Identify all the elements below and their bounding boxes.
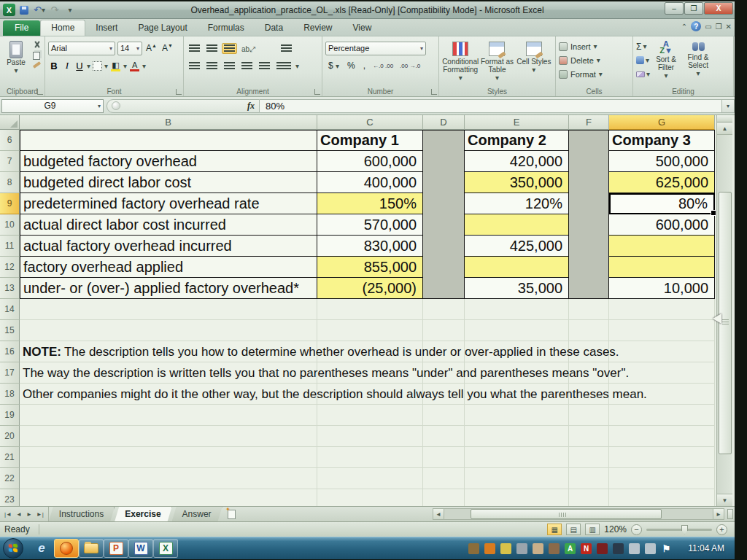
cell-D20[interactable] [423,426,465,447]
bottom-align-button[interactable] [222,43,237,54]
ribbon-tab-review[interactable]: Review [293,20,342,36]
cell-B13[interactable]: under- or (over-) applied factory overhe… [20,278,317,299]
zoom-in-button[interactable]: + [716,524,727,535]
cell-B8[interactable]: budgeted direct labor cost [20,172,317,193]
help-icon[interactable]: ? [691,21,701,31]
row-header-12[interactable]: 12 [0,257,20,278]
scroll-up-icon[interactable]: ▲ [717,122,732,135]
cell-B10[interactable]: actual direct labor cost incurred [20,214,317,236]
cell-C22[interactable] [317,468,423,489]
clipboard-dialog-launcher[interactable] [37,89,43,95]
autosum-button[interactable]: Σ▾ [636,40,650,52]
formula-input[interactable]: 80% [260,99,721,113]
conditional-formatting-button[interactable]: Conditional Formatting▾ [442,39,479,86]
zoom-out-button[interactable]: − [631,524,642,535]
java-icon[interactable] [484,543,495,554]
cell-G7[interactable]: 500,000 [609,151,715,172]
row-header-7[interactable]: 7 [0,151,20,172]
row-header-10[interactable]: 10 [0,214,20,236]
select-all-corner[interactable] [0,115,20,130]
sheet-tab-instructions[interactable]: Instructions [49,507,115,521]
close-button[interactable]: X [704,2,733,15]
cell-C6[interactable]: Company 1 [317,130,423,151]
copy-icon[interactable] [33,52,40,60]
cell-F19[interactable] [569,405,609,426]
volume-icon[interactable] [645,543,656,554]
doc-minimize-icon[interactable]: ▭ [705,23,711,31]
cell-D15[interactable] [423,320,465,341]
cell-C13[interactable]: (25,000) [317,278,423,299]
cell-F22[interactable] [569,468,609,489]
powerpoint-icon[interactable]: P [104,539,128,558]
cell-C12[interactable]: 855,000 [317,257,423,278]
number-dialog-launcher[interactable] [431,89,437,95]
insert-cells-button[interactable]: Insert▾ [559,39,630,53]
delete-cells-button[interactable]: Delete▾ [559,53,630,67]
cell-F21[interactable] [569,447,609,468]
cell-C14[interactable] [317,299,423,320]
prev-sheet-icon[interactable]: ◄ [15,511,23,518]
cell-B21[interactable] [20,447,317,468]
cell-F20[interactable] [569,426,609,447]
cell-D19[interactable] [423,405,465,426]
cell-B20[interactable] [20,426,317,447]
cell-G11[interactable] [609,236,715,257]
cell-G15[interactable] [609,320,715,341]
scroll-right-icon[interactable]: ► [713,508,724,520]
orientation-button[interactable]: ab⤢ [239,40,258,56]
scroll-down-icon[interactable]: ▼ [717,494,732,506]
cell-E6[interactable]: Company 2 [465,130,569,151]
cell-G20[interactable] [609,426,715,447]
cell-C7[interactable]: 600,000 [317,151,423,172]
minimize-button[interactable]: – [665,2,684,15]
firefox-icon[interactable] [54,539,79,558]
cell-C8[interactable]: 400,000 [317,172,423,193]
row-header-21[interactable]: 21 [0,447,20,468]
cell-E15[interactable] [465,320,569,341]
cell-E19[interactable] [465,405,569,426]
n-app-icon[interactable]: N [581,543,592,554]
zoom-slider-thumb[interactable] [681,525,688,534]
taskbar-clock[interactable]: 11:04 AM [688,543,724,553]
cell-E10[interactable] [465,214,569,236]
cell-B6[interactable] [20,130,317,151]
cell-E13[interactable]: 35,000 [465,278,569,299]
cell-B19[interactable] [20,405,317,426]
cell-B12[interactable]: factory overhead applied [20,257,317,278]
format-as-table-button[interactable]: Format as Table▾ [479,39,515,86]
decrease-indent-button[interactable] [239,61,255,71]
flag-icon[interactable]: ⚑ [661,543,672,554]
normal-view-button[interactable]: ▦ [547,524,562,535]
comma-style-button[interactable]: , [360,61,368,71]
ribbon-tab-page-layout[interactable]: Page Layout [128,20,197,36]
page-break-view-button[interactable]: ▥ [585,524,600,535]
horizontal-scrollbar[interactable]: ◄ ► [433,508,724,520]
cell-D12[interactable] [423,257,465,278]
name-box[interactable]: G9▾ [1,99,104,113]
cell-E9[interactable]: 120% [465,193,569,214]
antivirus-icon[interactable]: A [565,543,576,554]
cell-E14[interactable] [465,299,569,320]
cell-C15[interactable] [317,320,423,341]
cell-E20[interactable] [465,426,569,447]
scroll-left-icon[interactable]: ◄ [433,508,444,520]
row-header-19[interactable]: 19 [0,405,20,426]
cell-D13[interactable] [423,278,465,299]
doc-restore-icon[interactable]: ❐ [716,23,722,31]
font-dialog-launcher[interactable] [176,89,182,95]
first-sheet-icon[interactable]: |◄ [3,511,13,518]
monitor-icon[interactable] [516,543,527,554]
cell-C20[interactable] [317,426,423,447]
doc-close-icon[interactable]: ✕ [726,23,732,31]
cell-F15[interactable] [569,320,609,341]
cell-B9[interactable]: predetermined factory overhead rate [20,193,317,214]
cell-B11[interactable]: actual factory overhead incurred [20,236,317,257]
vertical-split-handle[interactable] [717,115,732,122]
column-header-F[interactable]: F [569,115,609,130]
accounting-format-button[interactable]: $ ▾ [325,61,342,71]
alignment-dialog-launcher[interactable] [314,89,320,95]
cell-E7[interactable]: 420,000 [465,151,569,172]
row-header-14[interactable]: 14 [0,299,20,320]
zoom-level[interactable]: 120% [604,524,627,534]
windows-explorer-icon[interactable] [79,539,104,558]
